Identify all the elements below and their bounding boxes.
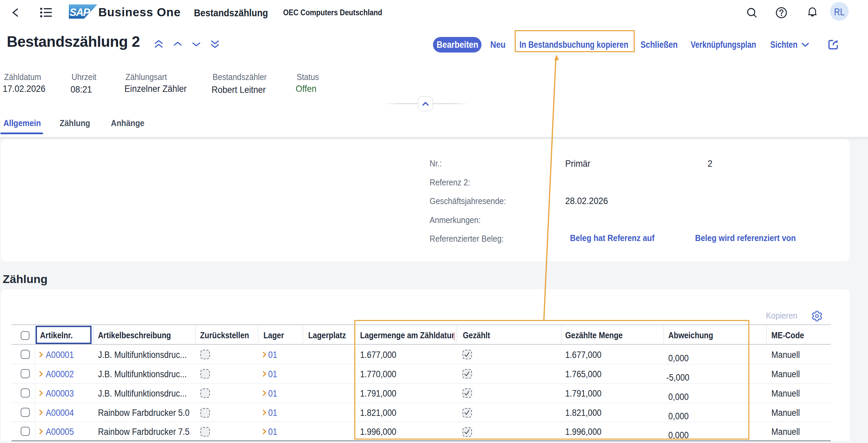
svg-text:SAP: SAP (70, 6, 90, 18)
